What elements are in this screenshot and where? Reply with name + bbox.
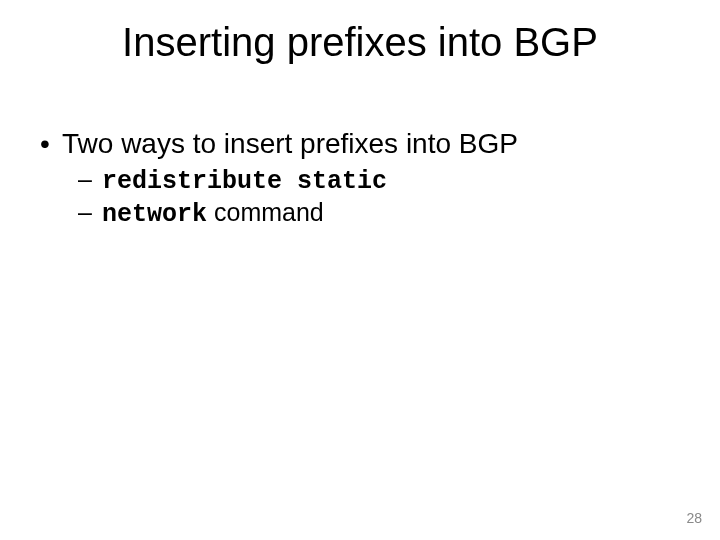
bullet-sub-network: network command	[72, 197, 684, 230]
code-network: network	[102, 200, 207, 229]
slide: Inserting prefixes into BGP Two ways to …	[0, 0, 720, 540]
bullet-main: Two ways to insert prefixes into BGP	[36, 128, 684, 160]
code-redistribute-static: redistribute static	[102, 167, 387, 196]
bullet-sub-redistribute: redistribute static	[72, 164, 684, 197]
slide-title: Inserting prefixes into BGP	[0, 20, 720, 65]
slide-body: Two ways to insert prefixes into BGP red…	[36, 128, 684, 231]
text-command: command	[207, 198, 324, 226]
page-number: 28	[686, 510, 702, 526]
